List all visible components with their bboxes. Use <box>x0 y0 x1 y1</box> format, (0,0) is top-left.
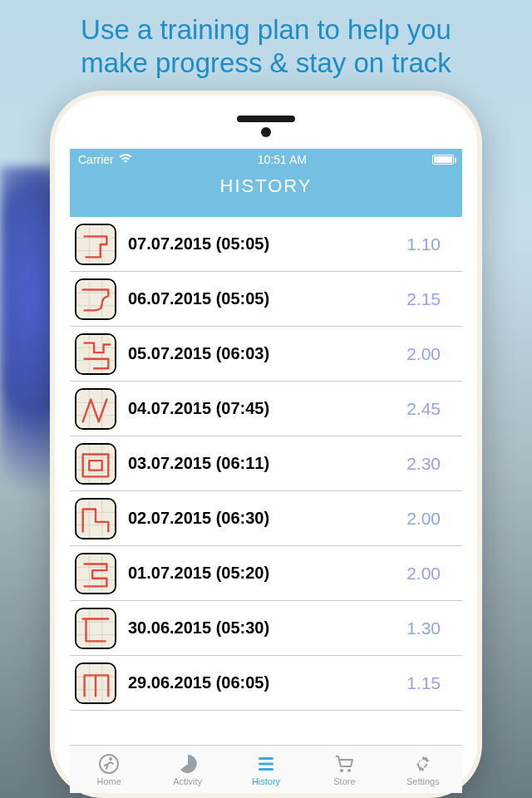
phone-body: Carrier 10:51 AM HISTORY 07.07.2015 (05:… <box>55 96 477 793</box>
history-date: 05.07.2015 (06:03) <box>116 344 406 363</box>
tab-bar: HomeActivityHistoryStoreSettings <box>70 745 462 793</box>
history-distance: 2.00 <box>406 509 456 529</box>
route-thumbnail <box>75 663 116 704</box>
route-thumbnail <box>75 224 116 265</box>
wifi-icon <box>119 153 132 166</box>
history-distance: 2.00 <box>406 564 456 584</box>
tab-settings-icon <box>412 753 434 775</box>
history-date: 30.06.2015 (05:30) <box>116 618 406 638</box>
tab-label: Settings <box>406 776 440 786</box>
history-distance: 1.10 <box>406 234 456 254</box>
tab-store[interactable]: Store <box>305 746 383 793</box>
history-row[interactable]: 05.07.2015 (06:03)2.00 <box>70 327 462 382</box>
history-date: 06.07.2015 (05:05) <box>116 289 406 308</box>
history-distance: 1.30 <box>406 618 456 638</box>
svg-point-46 <box>109 757 112 761</box>
tab-history-icon <box>255 753 277 775</box>
tab-label: Store <box>333 776 355 786</box>
route-thumbnail <box>75 278 116 320</box>
history-row[interactable]: 29.06.2015 (06:05)1.15 <box>70 656 462 711</box>
tab-home-icon <box>98 753 120 775</box>
history-distance: 1.15 <box>406 673 456 693</box>
svg-point-50 <box>340 769 343 772</box>
history-date: 01.07.2015 (05:20) <box>116 564 406 583</box>
status-bar: Carrier 10:51 AM <box>70 149 462 170</box>
history-date: 04.07.2015 (07:45) <box>116 399 406 418</box>
route-thumbnail <box>75 553 116 594</box>
history-date: 02.07.2015 (06:30) <box>116 509 406 528</box>
route-thumbnail <box>75 608 116 649</box>
route-thumbnail <box>75 333 116 375</box>
history-row[interactable]: 30.06.2015 (05:30)1.30 <box>70 601 462 656</box>
history-row[interactable]: 03.07.2015 (06:11)2.30 <box>70 436 462 491</box>
history-row[interactable]: 06.07.2015 (05:05)2.15 <box>70 272 462 327</box>
history-date: 03.07.2015 (06:11) <box>116 454 406 473</box>
svg-point-52 <box>421 761 426 766</box>
carrier-label: Carrier <box>78 153 114 166</box>
screen-header: HISTORY <box>70 170 462 217</box>
tagline-line-2: make progress & stay on track <box>81 47 451 78</box>
history-row[interactable]: 07.07.2015 (05:05)1.10 <box>70 217 462 272</box>
history-distance: 2.45 <box>406 399 456 419</box>
promo-background: Use a training plan to help you make pro… <box>0 0 532 798</box>
route-thumbnail <box>75 498 116 539</box>
history-row[interactable]: 01.07.2015 (05:20)2.00 <box>70 546 462 601</box>
phone-screen: Carrier 10:51 AM HISTORY 07.07.2015 (05:… <box>70 149 462 793</box>
tab-store-icon <box>333 753 355 775</box>
phone-frame: Carrier 10:51 AM HISTORY 07.07.2015 (05:… <box>50 91 482 798</box>
history-date: 29.06.2015 (06:05) <box>116 673 406 692</box>
tab-activity[interactable]: Activity <box>148 746 226 793</box>
svg-rect-48 <box>259 762 273 765</box>
route-thumbnail <box>75 443 116 485</box>
screen-title: HISTORY <box>220 175 313 197</box>
route-thumbnail <box>75 388 116 430</box>
svg-rect-5 <box>76 280 115 318</box>
history-row[interactable]: 02.07.2015 (06:30)2.00 <box>70 491 462 546</box>
history-distance: 2.00 <box>406 344 456 364</box>
svg-point-51 <box>347 769 351 772</box>
tab-activity-icon <box>177 753 199 775</box>
tab-settings[interactable]: Settings <box>384 746 462 793</box>
svg-rect-47 <box>259 757 273 760</box>
tab-label: History <box>252 776 280 786</box>
tab-label: Home <box>97 776 121 786</box>
history-distance: 2.15 <box>406 289 456 309</box>
history-list[interactable]: 07.07.2015 (05:05)1.1006.07.2015 (05:05)… <box>70 217 462 745</box>
svg-rect-49 <box>259 768 273 771</box>
battery-icon <box>432 155 454 165</box>
tab-label: Activity <box>173 776 202 786</box>
promo-tagline: Use a training plan to help you make pro… <box>0 0 532 84</box>
history-row[interactable]: 04.07.2015 (07:45)2.45 <box>70 382 462 436</box>
tab-history[interactable]: History <box>227 746 305 793</box>
tagline-line-1: Use a training plan to help you <box>81 14 451 45</box>
history-date: 07.07.2015 (05:05) <box>116 234 406 254</box>
tab-home[interactable]: Home <box>70 746 148 793</box>
status-time: 10:51 AM <box>258 153 307 166</box>
history-distance: 2.30 <box>406 454 456 474</box>
